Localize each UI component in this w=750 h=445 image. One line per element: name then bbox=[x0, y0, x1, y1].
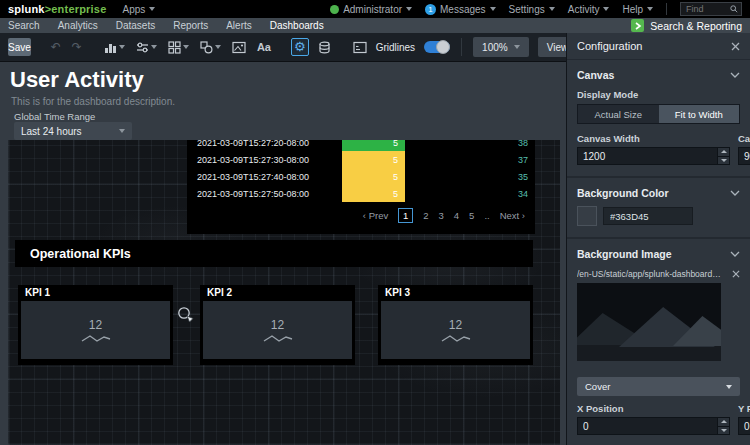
page-button-4[interactable]: 4 bbox=[454, 210, 459, 221]
dashboard-title[interactable]: User Activity bbox=[10, 67, 144, 93]
total-cell: 35 bbox=[518, 172, 528, 182]
chevron-down-icon bbox=[730, 190, 740, 196]
step-down-button[interactable] bbox=[718, 426, 729, 435]
prev-page-button[interactable]: ‹ Prev bbox=[363, 210, 388, 221]
messages-menu[interactable]: 1Messages bbox=[425, 4, 496, 15]
caret-down-icon bbox=[549, 7, 555, 11]
zoom-dropdown[interactable]: 100% bbox=[473, 37, 529, 57]
nav-item-datasets[interactable]: Datasets bbox=[116, 20, 155, 31]
table-row: 2021-03-09T15:27:20-08:00 5 38 bbox=[187, 140, 535, 151]
database-icon bbox=[318, 41, 331, 54]
add-layout-button[interactable] bbox=[166, 38, 191, 56]
text-icon: Aa bbox=[257, 41, 271, 53]
activity-menu[interactable]: Activity bbox=[568, 4, 610, 15]
add-input-button[interactable] bbox=[134, 38, 159, 56]
page-button-1[interactable]: 1 bbox=[398, 208, 413, 223]
app-nav-bar: Search Analytics Datasets Reports Alerts… bbox=[0, 18, 750, 33]
add-chart-button[interactable] bbox=[102, 38, 127, 56]
caret-down-icon bbox=[406, 7, 412, 11]
section-divider bbox=[567, 176, 750, 178]
add-image-button[interactable] bbox=[230, 38, 248, 56]
user-avatar-icon bbox=[330, 5, 339, 14]
step-up-button[interactable] bbox=[718, 418, 729, 426]
value-cell: 5 bbox=[342, 168, 405, 185]
kpi-card-1[interactable]: KPI 1 12 bbox=[18, 285, 173, 365]
step-up-button[interactable] bbox=[718, 148, 729, 156]
total-cell: 38 bbox=[518, 140, 528, 148]
color-swatch[interactable] bbox=[577, 206, 597, 226]
background-image-section-header[interactable]: Background Image bbox=[577, 248, 740, 260]
configuration-button[interactable]: ⚙ bbox=[291, 38, 309, 56]
kpi-card-2[interactable]: KPI 2 12 bbox=[200, 285, 355, 365]
table-body: 2021-03-09T15:27:20-08:00 5 38 2021-03-0… bbox=[187, 140, 535, 228]
triangle-up-icon bbox=[721, 150, 727, 153]
time-range-dropdown[interactable]: Last 24 hours bbox=[14, 122, 132, 140]
nav-item-reports[interactable]: Reports bbox=[173, 20, 208, 31]
caret-down-icon bbox=[215, 45, 221, 49]
canvas-width-label: Canvas Width bbox=[577, 133, 730, 144]
background-color-row bbox=[577, 206, 740, 226]
add-text-button[interactable]: Aa bbox=[255, 38, 273, 56]
save-button[interactable]: Save bbox=[8, 38, 31, 56]
page-button-3[interactable]: 3 bbox=[438, 210, 443, 221]
nav-item-search[interactable]: Search bbox=[8, 20, 40, 31]
kpi-section-header[interactable]: Operational KPIs bbox=[15, 240, 533, 267]
canvas-height-field[interactable] bbox=[739, 148, 750, 164]
page-button-5[interactable]: 5 bbox=[469, 210, 474, 221]
step-down-button[interactable] bbox=[718, 156, 729, 165]
background-image-preview bbox=[577, 283, 721, 361]
nav-item-dashboards[interactable]: Dashboards bbox=[270, 20, 324, 31]
fit-to-width-option[interactable]: Fit to Width bbox=[659, 105, 740, 123]
nav-item-alerts[interactable]: Alerts bbox=[226, 20, 252, 31]
kpi-card-3[interactable]: KPI 3 12 bbox=[378, 285, 533, 365]
splunk-logo[interactable]: splunk>enterprise bbox=[8, 3, 106, 15]
actual-size-option[interactable]: Actual Size bbox=[578, 105, 659, 123]
undo-button[interactable]: ↶ bbox=[49, 38, 63, 56]
data-sources-button[interactable] bbox=[316, 38, 333, 56]
administrator-menu[interactable]: Administrator bbox=[330, 4, 412, 15]
canvas-section-header[interactable]: Canvas bbox=[577, 69, 740, 81]
sparkline-icon bbox=[263, 333, 293, 342]
shapes-icon bbox=[200, 41, 213, 54]
close-icon[interactable] bbox=[731, 42, 740, 51]
y-position-field[interactable] bbox=[739, 418, 750, 434]
add-shape-button[interactable] bbox=[198, 38, 223, 56]
caret-down-icon bbox=[726, 385, 732, 389]
canvas-width-field[interactable] bbox=[578, 148, 717, 164]
column-chart-icon bbox=[104, 41, 117, 54]
value-cell: 5 bbox=[342, 185, 405, 202]
kpi-value: 12 bbox=[89, 318, 102, 332]
next-page-button[interactable]: Next › bbox=[500, 210, 525, 221]
caret-down-icon bbox=[151, 45, 157, 49]
display-mode-segmented-control: Actual Size Fit to Width bbox=[577, 104, 740, 124]
preview-panel-button[interactable] bbox=[351, 38, 369, 56]
background-color-field[interactable] bbox=[604, 210, 692, 223]
caret-down-icon bbox=[183, 45, 189, 49]
app-badge[interactable]: Search & Reporting bbox=[631, 19, 742, 32]
image-size-mode-dropdown[interactable]: Cover bbox=[577, 377, 740, 396]
clear-image-icon[interactable] bbox=[732, 270, 740, 278]
redo-button[interactable]: ↷ bbox=[70, 38, 84, 56]
table-visualization[interactable]: 2021-03-09T15:27:20-08:00 5 38 2021-03-0… bbox=[187, 140, 535, 234]
gridlines-toggle[interactable] bbox=[424, 41, 450, 53]
dashboard-canvas[interactable]: 2021-03-09T15:27:20-08:00 5 38 2021-03-0… bbox=[8, 140, 560, 445]
stepper bbox=[717, 148, 729, 164]
mouse-cursor-icon bbox=[177, 306, 194, 323]
apps-menu[interactable]: Apps bbox=[122, 4, 155, 15]
caret-down-icon bbox=[119, 129, 125, 133]
configuration-title: Configuration bbox=[577, 40, 642, 52]
find-input[interactable] bbox=[684, 3, 730, 15]
messages-count-badge: 1 bbox=[425, 4, 436, 15]
background-image-path[interactable]: /en-US/static/app/splunk-dashboard-s... bbox=[577, 269, 723, 279]
settings-menu[interactable]: Settings bbox=[509, 4, 555, 15]
page-button-2[interactable]: 2 bbox=[423, 210, 428, 221]
dashboard-description[interactable]: This is for the dashboard description. bbox=[11, 96, 175, 107]
background-color-section-header[interactable]: Background Color bbox=[577, 187, 740, 199]
gridlines-label: Gridlines bbox=[376, 42, 415, 53]
find-search-box[interactable] bbox=[680, 2, 742, 16]
help-menu[interactable]: Help bbox=[622, 4, 653, 15]
configuration-panel: Configuration Canvas Display Mode Actual… bbox=[566, 33, 750, 445]
x-position-field[interactable] bbox=[578, 418, 717, 434]
section-divider bbox=[567, 237, 750, 239]
nav-item-analytics[interactable]: Analytics bbox=[58, 20, 98, 31]
